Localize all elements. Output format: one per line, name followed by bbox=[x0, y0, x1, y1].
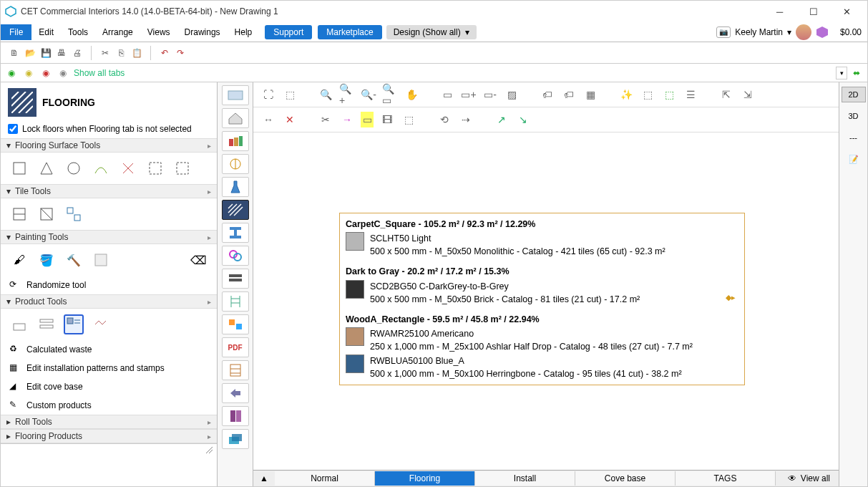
arrow-right-icon[interactable]: → bbox=[339, 112, 355, 127]
cut2-icon[interactable]: ✂ bbox=[318, 112, 333, 127]
sidebar-resize-handle[interactable] bbox=[1, 443, 217, 455]
mode-3d[interactable]: 3D bbox=[842, 108, 866, 124]
menu-arrange[interactable]: Arrange bbox=[95, 24, 140, 40]
layer-gray-icon[interactable]: ◉ bbox=[57, 67, 69, 79]
tab-covebase[interactable]: Cove base bbox=[575, 471, 676, 486]
randomize-tool-link[interactable]: ⟳ Randomize tool bbox=[1, 276, 217, 294]
paste-icon[interactable]: 📋 bbox=[130, 47, 143, 59]
drawing-canvas[interactable]: CarpetC_Square - 105.2 m² / 92.3 m² / 12… bbox=[253, 132, 839, 486]
extension-icon[interactable] bbox=[816, 26, 829, 39]
menu-file[interactable]: File bbox=[1, 24, 31, 40]
vp-compass-icon[interactable] bbox=[222, 154, 249, 174]
bucket-tool[interactable]: 🪣 bbox=[36, 250, 57, 270]
tab-flooring[interactable]: Flooring bbox=[375, 471, 475, 486]
align-icon[interactable]: ☰ bbox=[683, 87, 698, 102]
zoom-fit-icon[interactable]: 🔍 bbox=[318, 87, 333, 102]
menu-support[interactable]: Support bbox=[265, 25, 312, 39]
vp-door-icon[interactable] bbox=[222, 406, 249, 426]
tab-install[interactable]: Install bbox=[475, 471, 575, 486]
dashed-select-icon[interactable]: ⬚ bbox=[401, 112, 416, 127]
camera-icon[interactable]: 📷 bbox=[716, 26, 731, 38]
material-swatch-tool[interactable] bbox=[91, 250, 111, 270]
select-add-icon[interactable]: ▭+ bbox=[461, 87, 477, 102]
redo-icon[interactable]: ↷ bbox=[174, 47, 187, 59]
vp-flooring-icon[interactable] bbox=[222, 200, 249, 220]
apply-tabs-icon[interactable]: ⬌ bbox=[850, 67, 863, 79]
select-remove-icon[interactable]: ▭- bbox=[482, 87, 498, 102]
maximize-button[interactable]: ☐ bbox=[797, 2, 829, 21]
menu-marketplace[interactable]: Marketplace bbox=[318, 25, 381, 39]
vp-ibeam-icon[interactable] bbox=[222, 223, 249, 243]
split-surface-tool[interactable] bbox=[118, 158, 138, 178]
vp-flask-icon[interactable] bbox=[222, 177, 249, 197]
import-icon[interactable]: ⇲ bbox=[740, 87, 756, 102]
zoom-region-icon[interactable]: 🔍▭ bbox=[382, 87, 398, 102]
vp-layers-icon[interactable] bbox=[222, 429, 249, 449]
layer-red-icon[interactable]: ◉ bbox=[39, 67, 52, 79]
filmstrip-icon[interactable]: 🎞 bbox=[379, 112, 395, 127]
new-file-icon[interactable]: 🗎 bbox=[8, 47, 21, 59]
measure-icon[interactable]: ⇢ bbox=[458, 112, 474, 127]
menu-views[interactable]: Views bbox=[140, 24, 177, 40]
tabs-dropdown[interactable]: ▾ bbox=[836, 67, 847, 79]
menu-help[interactable]: Help bbox=[228, 24, 260, 40]
undo-icon[interactable]: ↶ bbox=[158, 47, 171, 59]
zoom-out-icon[interactable]: 🔍- bbox=[361, 87, 376, 102]
select-rect-icon[interactable]: ▭ bbox=[439, 87, 455, 102]
pan-icon[interactable]: ✋ bbox=[404, 87, 419, 102]
dashed-rect2-tool[interactable] bbox=[172, 158, 192, 178]
section-painting-tools[interactable]: ▾ Painting Tools ▸ bbox=[1, 230, 217, 244]
vp-box-icon[interactable] bbox=[222, 85, 249, 105]
mode-dashes[interactable]: --- bbox=[842, 130, 866, 145]
select-crossing-icon[interactable]: ▨ bbox=[504, 87, 520, 102]
view-all-button[interactable]: 👁 View all bbox=[779, 473, 839, 483]
eraser-tool[interactable]: ⌫ bbox=[188, 250, 208, 270]
delete-icon[interactable]: ✕ bbox=[282, 112, 298, 127]
product-chain-tool[interactable] bbox=[91, 314, 111, 334]
calculated-waste-link[interactable]: ♻ Calculated waste bbox=[1, 340, 217, 359]
user-chevron-icon[interactable]: ▾ bbox=[787, 27, 791, 37]
show-all-tabs[interactable]: Show all tabs bbox=[74, 68, 125, 78]
vp-pdf-icon[interactable]: PDF bbox=[222, 337, 249, 357]
edit-patterns-link[interactable]: ▦ Edit installation patterns and stamps bbox=[1, 359, 217, 377]
sparkle-icon[interactable]: ✨ bbox=[618, 87, 634, 102]
section-product-tools[interactable]: ▾ Product Tools ▸ bbox=[1, 294, 217, 309]
layer-green-icon[interactable]: ◉ bbox=[5, 67, 18, 79]
vp-shapes-icon[interactable] bbox=[222, 314, 249, 334]
cut-icon[interactable]: ✂ bbox=[99, 47, 112, 59]
menu-tools[interactable]: Tools bbox=[61, 24, 95, 40]
close-button[interactable]: ✕ bbox=[831, 2, 863, 21]
mode-note-icon[interactable]: 📝 bbox=[842, 151, 866, 168]
freeform-surface-tool[interactable] bbox=[91, 158, 111, 178]
print-preview-icon[interactable]: 🖨 bbox=[71, 47, 84, 59]
section-roll-tools[interactable]: ▸ Roll Tools ▸ bbox=[1, 415, 217, 429]
zoom-window-icon[interactable]: ⬚ bbox=[282, 87, 298, 102]
tile-move-tool[interactable] bbox=[9, 204, 29, 224]
avatar[interactable] bbox=[796, 24, 811, 40]
product-tag-tool[interactable] bbox=[9, 314, 29, 334]
edit-covebase-link[interactable]: ◢ Edit cove base bbox=[1, 377, 217, 396]
custom-products-link[interactable]: ✎ Custom products bbox=[1, 396, 217, 415]
tile-cut-tool[interactable] bbox=[36, 204, 57, 224]
vp-stack-icon[interactable] bbox=[222, 269, 249, 289]
circle-surface-tool[interactable] bbox=[64, 158, 84, 178]
dimension-icon[interactable]: ↗ bbox=[494, 112, 509, 127]
section-surface-tools[interactable]: ▾ Flooring Surface Tools ▸ bbox=[1, 138, 217, 153]
open-file-icon[interactable]: 📂 bbox=[24, 47, 36, 59]
zoom-in-icon[interactable]: 🔍+ bbox=[339, 87, 355, 102]
vp-arrows-icon[interactable] bbox=[222, 383, 249, 403]
tag-icon[interactable]: 🏷 bbox=[540, 87, 555, 102]
marquee-dashed-icon[interactable]: ⬚ bbox=[640, 87, 655, 102]
dimension2-icon[interactable]: ↘ bbox=[515, 112, 531, 127]
zoom-extents-icon[interactable]: ⛶ bbox=[260, 87, 276, 102]
brush-tool[interactable]: 🖌 bbox=[9, 250, 29, 270]
product-legend[interactable]: CarpetC_Square - 105.2 m² / 92.3 m² / 12… bbox=[339, 213, 745, 385]
layer-yellow-icon[interactable]: ◉ bbox=[22, 67, 35, 79]
product-list-tool[interactable] bbox=[36, 314, 57, 334]
vp-scaffold-icon[interactable] bbox=[222, 291, 249, 312]
export-icon[interactable]: ⇱ bbox=[718, 87, 734, 102]
vp-rings-icon[interactable] bbox=[222, 246, 249, 266]
tabs-up-arrow[interactable]: ▲ bbox=[253, 473, 275, 483]
tab-tags[interactable]: TAGS bbox=[676, 471, 776, 486]
printer-icon[interactable]: 🖶 bbox=[55, 47, 68, 59]
